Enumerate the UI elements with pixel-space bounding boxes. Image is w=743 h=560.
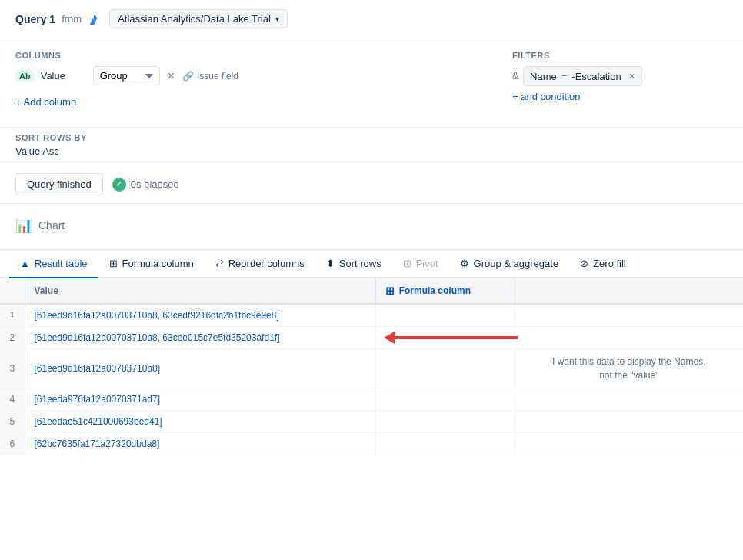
sort-rows-label: Sort rows	[339, 258, 381, 269]
config-area: Columns Ab Value Group Count Sum Average…	[0, 38, 743, 125]
column-row: Ab Value Group Count Sum Average Min Max…	[15, 66, 488, 85]
sort-value: Value Asc	[15, 145, 728, 157]
cell-formula	[375, 304, 515, 327]
toolbar-zero-fill[interactable]: ⊘ Zero fill	[569, 250, 637, 278]
cell-value: [62bc7635fa171a27320dbda8]	[25, 433, 375, 455]
filter-row: & Name = -Escalation ×	[512, 66, 728, 86]
toolbar-result-table[interactable]: ▲ Result table	[9, 250, 98, 278]
chart-area: 📊 Chart	[0, 204, 743, 250]
zero-fill-icon: ⊘	[580, 258, 588, 269]
from-label: from	[62, 13, 82, 25]
toolbar-sort-rows[interactable]: ⬍ Sort rows	[315, 250, 392, 278]
pivot-label: Pivot	[416, 258, 438, 269]
chart-label: Chart	[38, 219, 65, 232]
add-column-label: + Add column	[15, 96, 76, 108]
table-container: Value ⊞ Formula column 1[61eed9d16fa12a0…	[0, 278, 743, 455]
toolbar-pivot: ⊡ Pivot	[392, 250, 449, 278]
reorder-columns-icon: ⇄	[215, 258, 224, 269]
result-table-icon: ▲	[20, 258, 30, 269]
query-bar: Query finished ✓ 0s elapsed	[0, 165, 743, 204]
th-formula: ⊞ Formula column	[375, 278, 515, 304]
value-link[interactable]: [61eed9d16fa12a00703710b8, 63cee015c7e5f…	[35, 332, 280, 343]
annotation-tooltip: I want this data to display the Names,no…	[525, 355, 735, 382]
group-aggregate-label: Group & aggregate	[474, 258, 559, 269]
elapsed-indicator: ✓ 0s elapsed	[112, 178, 179, 192]
toolbar-formula-column[interactable]: ⊞ Formula column	[98, 250, 205, 278]
formula-col-icon: ⊞	[385, 285, 395, 297]
add-condition-link[interactable]: + and condition	[512, 91, 581, 102]
sort-rows-icon: ⬍	[326, 258, 335, 269]
cell-extra	[515, 327, 743, 349]
table-row: 5[61eedae51c421000693bed41]	[0, 411, 743, 433]
cell-extra	[515, 304, 743, 327]
cell-formula	[375, 349, 515, 388]
issue-field-icon: 🔗	[182, 71, 194, 82]
th-extra	[515, 278, 743, 304]
cell-formula	[375, 388, 515, 411]
result-table-label: Result table	[35, 258, 88, 269]
col-group-select[interactable]: Group Count Sum Average Min Max	[93, 66, 160, 85]
arrow-annotation	[384, 332, 518, 344]
th-row-num	[0, 278, 25, 304]
filter-and-label: &	[512, 71, 518, 82]
toolbar-group-aggregate[interactable]: ⚙ Group & aggregate	[449, 250, 570, 278]
table-row: 2[61eed9d16fa12a00703710b8, 63cee015c7e5…	[0, 327, 743, 349]
value-link[interactable]: [61eedae51c421000693bed41]	[35, 416, 162, 427]
toolbar: ▲ Result table ⊞ Formula column ⇄ Reorde…	[0, 250, 743, 278]
table-row: 4[61eeda976fa12a0070371ad7]	[0, 388, 743, 411]
zero-fill-label: Zero fill	[593, 258, 626, 269]
elapsed-label: 0s elapsed	[131, 178, 179, 190]
add-column-button[interactable]: + Add column	[15, 92, 76, 112]
sort-label: Sort rows by	[15, 133, 728, 142]
filter-remove-button[interactable]: ×	[626, 70, 635, 82]
atlassian-icon	[88, 12, 103, 27]
value-link[interactable]: [61eed9d16fa12a00703710b8]	[35, 363, 161, 374]
cell-formula	[375, 411, 515, 433]
query-label: Query 1	[15, 13, 55, 25]
cell-value: [61eed9d16fa12a00703710b8]	[25, 349, 375, 388]
cell-value: [61eed9d16fa12a00703710b8, 63cee015c7e5f…	[25, 327, 375, 349]
cell-value: [61eedae51c421000693bed41]	[25, 411, 375, 433]
col-type-badge: Ab	[15, 70, 35, 82]
results-table: Value ⊞ Formula column 1[61eed9d16fa12a0…	[0, 278, 743, 455]
toolbar-reorder-columns[interactable]: ⇄ Reorder columns	[205, 250, 315, 278]
top-bar: Query 1 from Atlassian Analytics/Data La…	[0, 0, 743, 38]
columns-section-label: Columns	[15, 51, 488, 60]
filter-chip: Name = -Escalation ×	[523, 66, 642, 86]
formula-column-icon: ⊞	[109, 258, 118, 269]
formula-column-label: Formula column	[122, 258, 194, 269]
cell-extra	[515, 388, 743, 411]
row-number: 4	[0, 388, 25, 411]
cell-extra: I want this data to display the Names,no…	[515, 349, 743, 388]
datasource-label: Atlassian Analytics/Data Lake Trial	[118, 13, 271, 25]
issue-field-tag: 🔗 Issue field	[182, 71, 238, 82]
filter-op: =	[561, 71, 568, 82]
sort-section: Sort rows by Value Asc	[0, 125, 743, 165]
cell-value: [61eeda976fa12a0070371ad7]	[25, 388, 375, 411]
pivot-icon: ⊡	[403, 258, 411, 269]
reorder-columns-label: Reorder columns	[228, 258, 305, 269]
value-link[interactable]: [61eed9d16fa12a00703710b8, 63cedf9216dfc…	[35, 310, 279, 321]
filter-value: -Escalation	[571, 71, 621, 82]
row-number: 2	[0, 327, 25, 349]
row-number: 6	[0, 433, 25, 455]
cell-formula	[375, 327, 515, 349]
check-circle-icon: ✓	[112, 178, 126, 192]
value-link[interactable]: [62bc7635fa171a27320dbda8]	[35, 438, 160, 449]
cell-formula	[375, 433, 515, 455]
col-name: Value	[41, 70, 87, 82]
group-aggregate-icon: ⚙	[460, 258, 469, 269]
cell-extra	[515, 433, 743, 455]
col-remove-button[interactable]: ×	[166, 70, 176, 82]
table-row: 6[62bc7635fa171a27320dbda8]	[0, 433, 743, 455]
table-header-row: Value ⊞ Formula column	[0, 278, 743, 304]
filter-key: Name	[530, 71, 557, 82]
row-number: 3	[0, 349, 25, 388]
query-finished-button[interactable]: Query finished	[15, 173, 103, 195]
cell-value: [61eed9d16fa12a00703710b8, 63cedf9216dfc…	[25, 304, 375, 327]
filters-section: Filters & Name = -Escalation × + and con…	[512, 51, 728, 102]
datasource-button[interactable]: Atlassian Analytics/Data Lake Trial ▾	[109, 9, 288, 28]
columns-section: Columns Ab Value Group Count Sum Average…	[15, 51, 488, 112]
value-link[interactable]: [61eeda976fa12a0070371ad7]	[35, 394, 161, 405]
chart-icon: 📊	[15, 217, 32, 234]
